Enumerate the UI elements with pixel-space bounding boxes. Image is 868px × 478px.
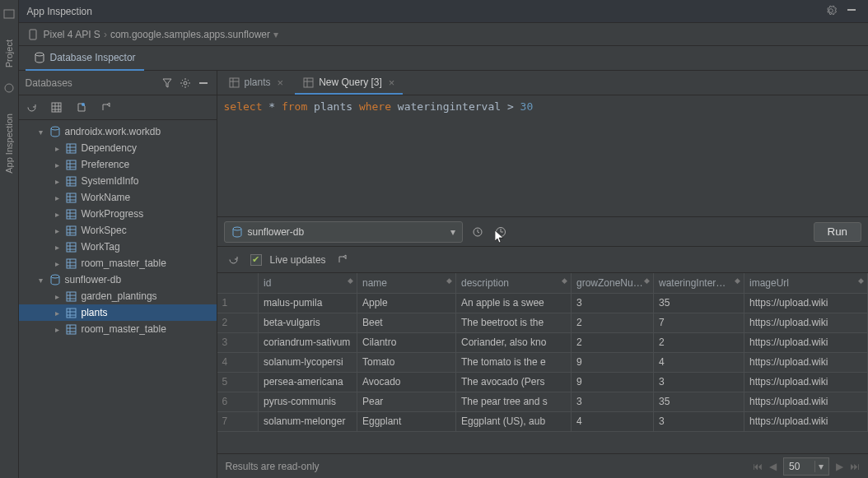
schedule-icon[interactable] <box>492 224 509 240</box>
table-node[interactable]: ▸WorkSpec <box>19 222 217 239</box>
column-header[interactable]: imageUrl◆ <box>744 273 868 293</box>
table-row[interactable]: 2beta-vulgarisBeetThe beetroot is the27h… <box>217 313 868 332</box>
database-icon <box>231 226 243 238</box>
table-icon <box>65 143 78 154</box>
db-node[interactable]: ▾sunflower-db <box>19 271 217 288</box>
column-header[interactable]: name◆ <box>357 273 456 293</box>
mouse-cursor-icon <box>495 230 505 244</box>
next-page-button[interactable]: ▶ <box>836 461 843 472</box>
table-node[interactable]: ▸Dependency <box>19 140 217 156</box>
svg-rect-12 <box>67 177 76 186</box>
table-icon <box>65 209 78 220</box>
table-icon <box>65 242 78 253</box>
sort-icon: ◆ <box>858 276 864 285</box>
svg-rect-19 <box>67 292 76 301</box>
last-page-button[interactable]: ⏭ <box>850 461 860 472</box>
svg-point-5 <box>184 81 187 85</box>
table-row[interactable]: 4solanum-lycopersiTomatoThe tomato is th… <box>217 352 868 372</box>
table-row[interactable]: 6pyrus-communisPearThe pear tree and s33… <box>217 392 868 411</box>
minimize-icon[interactable] <box>847 5 860 18</box>
gear-icon[interactable] <box>179 77 192 90</box>
svg-rect-21 <box>67 325 76 334</box>
table-row[interactable]: 5persea-americanaAvocadoThe avocado (Per… <box>217 372 868 392</box>
results-table-wrap[interactable]: id◆name◆description◆growZoneNu…◆watering… <box>217 273 869 453</box>
table-node[interactable]: ▸room_master_table <box>19 255 217 271</box>
inspector-tabs: Database Inspector <box>19 46 869 71</box>
table-icon <box>65 324 78 335</box>
refresh-icon[interactable] <box>26 101 39 114</box>
collapse-icon[interactable] <box>197 77 210 90</box>
rail-inspection-label[interactable]: App Inspection <box>4 114 14 174</box>
page-size-select[interactable]: 50 ▾ <box>783 457 829 476</box>
svg-rect-13 <box>67 193 76 202</box>
database-icon <box>49 126 62 137</box>
breadcrumb-device: Pixel 4 API S <box>44 29 100 40</box>
export-icon[interactable] <box>334 252 351 268</box>
column-header[interactable]: id◆ <box>259 273 357 293</box>
column-header[interactable]: wateringInter…◆ <box>654 273 744 293</box>
database-selector[interactable]: sunflower-db ▾ <box>224 221 463 243</box>
inspection-icon[interactable] <box>3 82 15 94</box>
database-tree[interactable]: ▾androidx.work.workdb▸Dependency▸Prefere… <box>19 120 217 478</box>
refresh-icon[interactable] <box>226 252 242 268</box>
project-icon[interactable] <box>3 8 15 20</box>
tab-database-inspector[interactable]: Database Inspector <box>26 46 144 71</box>
results-footer: Results are read-only ⏮ ◀ 50 ▾ ▶ ⏭ <box>217 453 869 478</box>
window-title: App Inspection <box>27 6 818 17</box>
content-pane: plants×New Query [3]× select * from plan… <box>217 71 869 478</box>
first-page-button[interactable]: ⏮ <box>753 461 763 472</box>
editor-tabs: plants×New Query [3]× <box>217 71 869 95</box>
db-node[interactable]: ▾androidx.work.workdb <box>19 123 217 140</box>
keep-open-icon[interactable] <box>75 101 88 114</box>
filter-icon[interactable] <box>161 77 174 90</box>
sort-icon: ◆ <box>644 276 650 285</box>
export-icon[interactable] <box>100 101 113 114</box>
table-node[interactable]: ▸SystemIdInfo <box>19 173 217 189</box>
run-button[interactable]: Run <box>814 222 861 242</box>
close-icon[interactable]: × <box>389 77 395 89</box>
table-icon <box>65 193 78 203</box>
query-editor[interactable]: select * from plants where wateringinter… <box>217 95 869 217</box>
table-row[interactable]: 3coriandrum-sativumCilantroCoriander, al… <box>217 332 868 352</box>
table-node[interactable]: ▸Preference <box>19 156 217 173</box>
database-icon <box>49 274 62 285</box>
table-icon <box>65 258 78 269</box>
svg-point-4 <box>35 53 44 56</box>
svg-rect-6 <box>199 82 208 84</box>
table-node[interactable]: ▸room_master_table <box>19 321 217 337</box>
chevron-down-icon: ▾ <box>450 226 455 238</box>
close-icon[interactable]: × <box>278 77 284 89</box>
svg-point-8 <box>82 103 85 106</box>
svg-rect-14 <box>67 210 76 219</box>
svg-rect-10 <box>67 144 76 153</box>
chevron-down-icon: ▾ <box>814 461 824 472</box>
column-header[interactable]: growZoneNu…◆ <box>572 273 654 293</box>
titlebar: App Inspection <box>19 0 869 23</box>
editor-tab[interactable]: plants× <box>221 72 292 95</box>
table-row[interactable]: 7solanum-melongerEggplantEggplant (US), … <box>217 411 868 431</box>
table-node[interactable]: ▸plants <box>19 304 217 321</box>
table-icon <box>65 225 78 236</box>
sort-icon: ◆ <box>562 276 567 285</box>
svg-rect-22 <box>230 78 239 87</box>
rail-project-label[interactable]: Project <box>4 39 14 67</box>
table-icon <box>65 176 78 187</box>
prev-page-button[interactable]: ◀ <box>769 461 777 472</box>
column-header[interactable]: description◆ <box>456 273 572 293</box>
editor-tab[interactable]: New Query [3]× <box>295 72 403 95</box>
table-node[interactable]: ▸WorkName <box>19 189 217 206</box>
chevron-down-icon[interactable]: ▾ <box>273 29 278 40</box>
table-node[interactable]: ▸WorkTag <box>19 239 217 255</box>
breadcrumb[interactable]: Pixel 4 API S › com.google.samples.apps.… <box>19 23 869 46</box>
svg-rect-0 <box>4 10 14 18</box>
svg-rect-16 <box>67 243 76 252</box>
gear-icon[interactable] <box>825 5 838 18</box>
table-grid-icon[interactable] <box>50 101 63 114</box>
history-icon[interactable] <box>469 224 486 240</box>
table-row[interactable]: 1malus-pumilaAppleAn apple is a swee335h… <box>217 293 868 313</box>
live-updates-checkbox[interactable]: ✔ <box>250 254 262 266</box>
table-node[interactable]: ▸garden_plantings <box>19 288 217 304</box>
table-node[interactable]: ▸WorkProgress <box>19 206 217 222</box>
databases-sidebar: Databases ▾androidx.work.workdb▸Dependen… <box>19 71 217 478</box>
table-icon <box>229 77 245 88</box>
